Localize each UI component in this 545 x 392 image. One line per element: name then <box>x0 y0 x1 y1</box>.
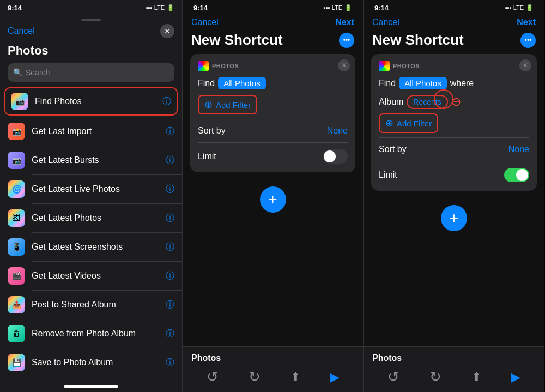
limit-toggle-3[interactable] <box>504 168 529 182</box>
list-item-get-latest-live-photos[interactable]: 🌀 Get Latest Live Photos ⓘ <box>0 175 182 203</box>
limit-toggle-2[interactable] <box>323 149 348 164</box>
panel1-title: Photos <box>0 41 182 63</box>
status-icons-3: ▪▪▪ LTE 🔋 <box>505 4 534 11</box>
nav-bar-panel1: Cancel <box>0 23 182 41</box>
get-latest-bursts-icon: 📷 <box>8 152 25 169</box>
list-item-select-photos[interactable]: ☑ Select Photos ⓘ <box>0 377 182 381</box>
list-item-save-to-photo-album[interactable]: 💾 Save to Photo Album ⓘ <box>0 348 182 377</box>
forward-button-3[interactable]: ↻ <box>429 369 441 385</box>
list-item-get-latest-photos[interactable]: 🖼 Get Latest Photos ⓘ <box>0 204 182 232</box>
list-item-get-latest-screenshots[interactable]: 📱 Get Latest Screenshots ⓘ <box>0 233 182 261</box>
remove-from-photo-album-info[interactable]: ⓘ <box>166 328 174 340</box>
list-item-post-to-shared-album[interactable]: 📤 Post to Shared Album ⓘ <box>0 291 182 319</box>
share-button-3[interactable]: ⬆ <box>471 370 481 384</box>
action-content-2: Find All Photos <box>198 77 348 89</box>
remove-from-photo-album-icon: 🗑 <box>8 325 25 342</box>
status-time-3: 9:14 <box>374 4 389 12</box>
post-to-shared-album-icon: 📤 <box>8 296 25 313</box>
action-content-3: Find All Photos where <box>379 77 529 89</box>
list-item-remove-from-photo-album[interactable]: 🗑 Remove from Photo Album ⓘ <box>0 319 182 348</box>
panel-photos-list: 9:14 ▪▪▪ LTE 🔋 Cancel ✕ Photos 🔍 Search … <box>0 0 183 392</box>
battery-icon-3: 🔋 <box>526 4 534 11</box>
get-latest-photos-info[interactable]: ⓘ <box>166 213 174 224</box>
add-filter-button-3[interactable]: ⊕ Add Filter <box>379 113 438 133</box>
status-time-2: 9:14 <box>193 4 208 12</box>
list-item-get-latest-videos[interactable]: 🎬 Get Latest Videos ⓘ <box>0 262 182 290</box>
recents-pill[interactable]: Recents <box>407 95 447 109</box>
card-close-button-2[interactable]: ✕ <box>338 59 350 71</box>
cancel-button-3[interactable]: Cancel <box>372 17 399 27</box>
list-item-get-last-import[interactable]: 📸 Get Last Import ⓘ <box>0 117 182 146</box>
sort-by-value-3[interactable]: None <box>508 144 529 154</box>
add-action-button-2[interactable]: + <box>260 186 286 213</box>
action-card-3: PHOTOS ✕ Find All Photos where Album Rec… <box>371 54 537 191</box>
close-button-panel1[interactable]: ✕ <box>160 24 174 38</box>
get-latest-screenshots-label: Get Latest Screenshots <box>32 242 159 252</box>
status-icons-1: ▪▪▪ LTE 🔋 <box>146 4 174 11</box>
limit-row-2[interactable]: Limit <box>198 147 348 166</box>
album-label-3: Album <box>379 97 403 107</box>
get-latest-live-photos-info[interactable]: ⓘ <box>166 184 174 195</box>
get-latest-photos-icon: 🖼 <box>8 209 25 227</box>
search-placeholder: Search <box>26 68 50 77</box>
card-close-button-3[interactable]: ✕ <box>519 59 531 71</box>
shortcut-title-2: New Shortcut <box>191 32 283 49</box>
get-latest-videos-info[interactable]: ⓘ <box>166 270 174 282</box>
save-to-photo-album-label: Save to Photo Album <box>32 358 159 367</box>
all-photos-pill-2[interactable]: All Photos <box>218 77 266 89</box>
remove-from-photo-album-label: Remove from Photo Album <box>32 329 159 339</box>
album-filter-row: Album Recents ⊖ <box>379 95 529 109</box>
action-card-2: PHOTOS ✕ Find All Photos ⊕ Add Filter So… <box>190 54 355 172</box>
cancel-button-1[interactable]: Cancel <box>8 26 35 36</box>
get-latest-photos-label: Get Latest Photos <box>32 213 159 223</box>
find-text-2: Find <box>198 79 215 88</box>
cancel-button-2[interactable]: Cancel <box>191 17 219 27</box>
sort-by-value-2[interactable]: None <box>327 126 348 136</box>
get-latest-bursts-label: Get Latest Bursts <box>32 155 159 165</box>
get-last-import-label: Get Last Import <box>32 126 159 136</box>
all-photos-pill-3[interactable]: All Photos <box>399 77 447 89</box>
player-bar-3: Photos ↺ ↻ ⬆ ▶ <box>364 346 544 392</box>
find-photos-info[interactable]: ⓘ <box>162 96 171 107</box>
get-latest-bursts-info[interactable]: ⓘ <box>166 155 174 166</box>
drag-indicator <box>81 19 101 21</box>
sort-by-row-2[interactable]: Sort by None <box>198 124 348 138</box>
battery-icon: 🔋 <box>167 4 174 11</box>
recents-container[interactable]: Recents <box>407 95 447 109</box>
player-controls-2: ↺ ↻ ⬆ ▶ <box>191 369 354 385</box>
limit-row-3[interactable]: Limit <box>379 166 529 184</box>
rewind-button-2[interactable]: ↺ <box>207 369 219 385</box>
save-to-photo-album-info[interactable]: ⓘ <box>166 357 174 369</box>
limit-label-2: Limit <box>198 152 216 161</box>
post-to-shared-album-info[interactable]: ⓘ <box>166 299 174 311</box>
remove-filter-button[interactable]: ⊖ <box>451 95 461 109</box>
play-button-2[interactable]: ▶ <box>330 370 340 384</box>
get-last-import-info[interactable]: ⓘ <box>166 126 174 137</box>
photos-logo-3 <box>379 61 390 71</box>
list-item-get-latest-bursts[interactable]: 📷 Get Latest Bursts ⓘ <box>0 146 182 174</box>
get-latest-screenshots-info[interactable]: ⓘ <box>166 242 174 253</box>
add-action-button-3[interactable]: + <box>441 205 467 231</box>
list-item-find-photos[interactable]: 📷 Find Photos ⓘ <box>4 87 178 116</box>
panel3-content: PHOTOS ✕ Find All Photos where Album Rec… <box>364 54 544 346</box>
status-icons-2: ▪▪▪ LTE 🔋 <box>324 4 352 11</box>
find-text-3: Find <box>379 79 396 88</box>
next-button-3[interactable]: Next <box>517 17 536 27</box>
forward-button-2[interactable]: ↻ <box>249 369 261 385</box>
photos-section-label-2: PHOTOS <box>212 63 239 69</box>
add-filter-label-3: Add Filter <box>397 119 432 128</box>
more-options-button-2[interactable]: ••• <box>339 33 354 48</box>
rewind-button-3[interactable]: ↺ <box>387 369 399 385</box>
play-button-3[interactable]: ▶ <box>511 370 520 384</box>
sort-by-row-3[interactable]: Sort by None <box>379 142 529 156</box>
more-options-button-3[interactable]: ••• <box>520 33 536 48</box>
search-bar[interactable]: 🔍 Search <box>8 63 174 82</box>
where-text-3: where <box>450 79 474 88</box>
limit-label-3: Limit <box>379 170 397 180</box>
share-button-2[interactable]: ⬆ <box>290 370 300 384</box>
get-latest-live-photos-icon: 🌀 <box>8 180 25 198</box>
add-filter-button-2[interactable]: ⊕ Add Filter <box>198 95 257 114</box>
player-bar-2: Photos ↺ ↻ ⬆ ▶ <box>183 346 363 392</box>
photos-section-label-3: PHOTOS <box>393 63 420 69</box>
next-button-2[interactable]: Next <box>335 17 354 27</box>
